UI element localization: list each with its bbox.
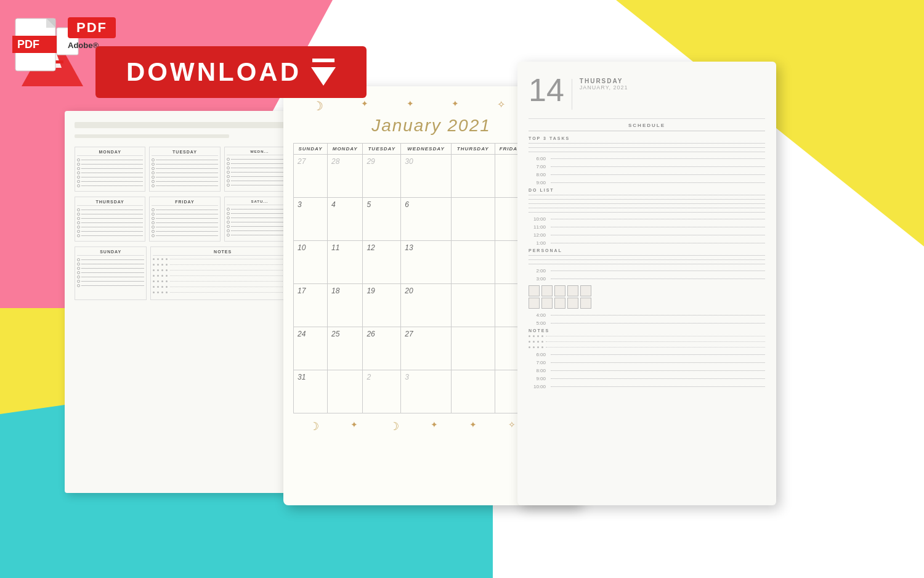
deco-star-b3: ✦: [469, 420, 477, 433]
habit-box-2-1: [541, 285, 553, 296]
cal-day-27-prev: 27: [294, 155, 328, 198]
schedule-line-500: [551, 323, 765, 324]
weekly-mid-days: THURSDAY FRIDAY SATU...: [75, 197, 295, 242]
daily-month-year: JANUARY, 2021: [580, 84, 628, 91]
download-button[interactable]: DOWNLOAD: [95, 46, 367, 98]
top3-tasks-label: TOP 3 TASKS: [529, 136, 765, 140]
deco-star-b1: ✦: [351, 420, 358, 433]
cal-day-31: 31: [294, 370, 328, 413]
cal-day-7: [451, 198, 495, 241]
time-label-100: 1:00: [529, 240, 546, 246]
weekly-top-days: MONDAY TUESDAY WEDN...: [75, 147, 295, 192]
day-label-tuesday: TUESDAY: [152, 150, 217, 156]
cal-day-12: 12: [363, 241, 401, 284]
habit-box-2-2: [541, 298, 553, 309]
schedule-line-1000pm: [551, 386, 765, 387]
schedule-line-100: [551, 243, 765, 243]
weekly-planner-card: MONDAY TUESDAY WEDN...: [65, 111, 305, 493]
schedule-line-900: [551, 182, 765, 183]
cal-day-18: 18: [328, 284, 363, 327]
cal-day-27: 27: [401, 327, 452, 370]
notes-dot-row-1: [529, 335, 765, 337]
time-row-100: 1:00: [529, 240, 765, 246]
daily-day-name: THURSDAY: [580, 78, 628, 84]
weekly-card-subheader-bar: [75, 134, 229, 138]
personal-line-2: [529, 259, 765, 260]
time-row-800pm: 8:00: [529, 368, 765, 373]
daily-planner-card: 14 THURSDAY JANUARY, 2021 SCHEDULE TOP 3…: [517, 62, 776, 505]
cal-day-17: 17: [294, 284, 328, 327]
cal-day-19: 19: [363, 284, 401, 327]
do-line-5: [529, 212, 765, 213]
cal-day-10: 10: [294, 241, 328, 284]
time-label-1200: 12:00: [529, 232, 546, 238]
cal-day-1-next: [328, 370, 363, 413]
schedule-line-1100: [551, 227, 765, 227]
notes-section-label: NOTES: [529, 328, 765, 333]
time-label-900pm: 9:00: [529, 376, 546, 381]
pdf-icon-svg: PDF: [12, 12, 68, 80]
habit-col-3: [554, 285, 565, 309]
habit-box-3-2: [554, 298, 565, 309]
weekly-notes-col: NOTES: [150, 246, 295, 300]
daily-top-divider: [529, 118, 765, 119]
col-thursday: THURSDAY: [451, 144, 495, 155]
task-line-2: [529, 147, 765, 148]
do-line-4: [529, 208, 765, 208]
time-label-600pm: 6:00: [529, 352, 546, 357]
day-label-saturday: SATU...: [227, 200, 293, 205]
cal-day-21: [451, 284, 495, 327]
col-tuesday: TUESDAY: [363, 144, 401, 155]
schedule-line-600pm: [551, 354, 765, 355]
schedule-line-800pm: [551, 370, 765, 371]
personal-label: PERSONAL: [529, 248, 765, 253]
pdf-file-icon: PDF: [12, 12, 68, 80]
date-divider-vertical: [572, 79, 572, 110]
personal-line-1: [529, 255, 765, 256]
habit-box-3-1: [554, 285, 565, 296]
do-line-1: [529, 195, 765, 195]
notes-dot-row-2: [529, 341, 765, 343]
cal-day-25: 25: [328, 327, 363, 370]
do-list-label: DO LIST: [529, 188, 765, 192]
time-row-600pm: 6:00: [529, 352, 765, 357]
time-row-400: 4:00: [529, 312, 765, 318]
notes-dot-row-3: [529, 346, 765, 348]
schedule-line-600: [551, 158, 765, 159]
habit-col-2: [541, 285, 553, 309]
cal-day-3: 3: [294, 198, 328, 241]
cal-day-6: 6: [401, 198, 452, 241]
cal-day-4: 4: [328, 198, 363, 241]
daily-date-number: 14: [529, 74, 564, 106]
time-row-800: 8:00: [529, 172, 765, 177]
cal-day-20: 20: [401, 284, 452, 327]
time-label-800: 8:00: [529, 172, 546, 177]
weekly-card-header-bar: [75, 122, 295, 128]
cal-day-26: 26: [363, 327, 401, 370]
col-wednesday: WEDNESDAY: [401, 144, 452, 155]
time-label-1000pm: 10:00: [529, 384, 546, 389]
cal-day-30-prev: 30: [401, 155, 452, 198]
time-row-600: 6:00: [529, 156, 765, 161]
time-row-1000pm: 10:00: [529, 384, 765, 389]
weekly-bottom-row: SUNDAY NOTES: [75, 246, 295, 300]
deco-star-b4: ✧: [508, 420, 516, 433]
day-label-thursday: THURSDAY: [77, 200, 143, 206]
deco-star3: ✦: [452, 99, 459, 113]
time-label-400: 4:00: [529, 312, 546, 318]
time-label-1100: 11:00: [529, 224, 546, 230]
time-label-200: 2:00: [529, 268, 546, 274]
time-row-500: 5:00: [529, 320, 765, 326]
habit-col-5: [580, 285, 591, 309]
cal-day-blank2: [451, 370, 495, 413]
schedule-line-1000: [551, 219, 765, 219]
habit-col-4: [567, 285, 578, 309]
task-line-3: [529, 152, 765, 152]
col-sunday: SUNDAY: [294, 144, 328, 155]
day-col-tuesday: TUESDAY: [149, 147, 220, 192]
daily-date-info: THURSDAY JANUARY, 2021: [580, 74, 628, 91]
cal-day-29-prev: 29: [363, 155, 401, 198]
time-label-500: 5:00: [529, 320, 546, 326]
cal-day-1: [451, 155, 495, 198]
cal-day-28: [451, 327, 495, 370]
